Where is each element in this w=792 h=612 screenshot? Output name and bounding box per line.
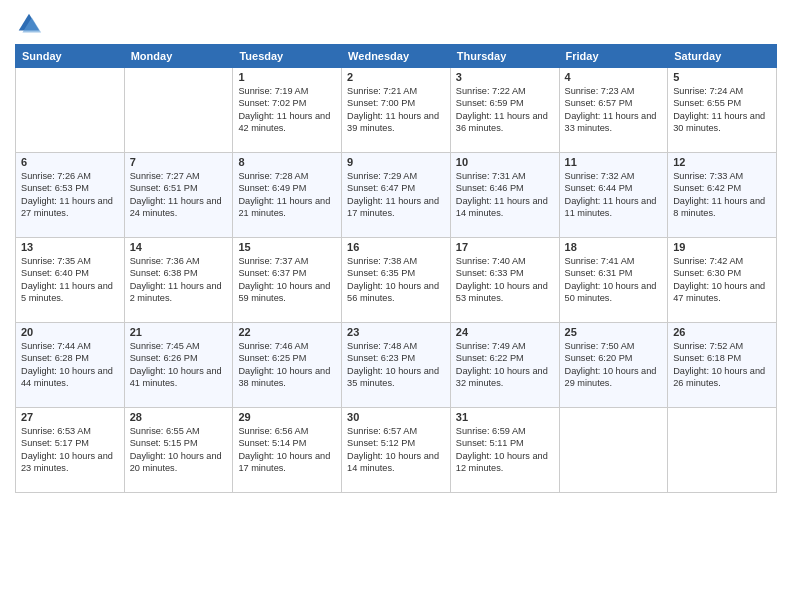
day-info: Sunrise: 7:42 AMSunset: 6:30 PMDaylight:… <box>673 255 771 305</box>
calendar-cell: 3Sunrise: 7:22 AMSunset: 6:59 PMDaylight… <box>450 68 559 153</box>
day-number: 15 <box>238 241 336 253</box>
day-number: 4 <box>565 71 663 83</box>
day-info: Sunrise: 7:22 AMSunset: 6:59 PMDaylight:… <box>456 85 554 135</box>
calendar-cell: 4Sunrise: 7:23 AMSunset: 6:57 PMDaylight… <box>559 68 668 153</box>
day-info: Sunrise: 7:52 AMSunset: 6:18 PMDaylight:… <box>673 340 771 390</box>
weekday-header-tuesday: Tuesday <box>233 45 342 68</box>
day-number: 14 <box>130 241 228 253</box>
calendar-cell: 7Sunrise: 7:27 AMSunset: 6:51 PMDaylight… <box>124 153 233 238</box>
calendar-cell <box>124 68 233 153</box>
day-info: Sunrise: 7:37 AMSunset: 6:37 PMDaylight:… <box>238 255 336 305</box>
calendar-cell: 14Sunrise: 7:36 AMSunset: 6:38 PMDayligh… <box>124 238 233 323</box>
calendar-cell: 30Sunrise: 6:57 AMSunset: 5:12 PMDayligh… <box>342 408 451 493</box>
day-info: Sunrise: 7:27 AMSunset: 6:51 PMDaylight:… <box>130 170 228 220</box>
day-info: Sunrise: 7:41 AMSunset: 6:31 PMDaylight:… <box>565 255 663 305</box>
calendar-cell: 24Sunrise: 7:49 AMSunset: 6:22 PMDayligh… <box>450 323 559 408</box>
day-info: Sunrise: 7:24 AMSunset: 6:55 PMDaylight:… <box>673 85 771 135</box>
day-number: 10 <box>456 156 554 168</box>
header <box>15 10 777 38</box>
day-number: 18 <box>565 241 663 253</box>
day-info: Sunrise: 7:28 AMSunset: 6:49 PMDaylight:… <box>238 170 336 220</box>
calendar-cell: 22Sunrise: 7:46 AMSunset: 6:25 PMDayligh… <box>233 323 342 408</box>
calendar-cell: 23Sunrise: 7:48 AMSunset: 6:23 PMDayligh… <box>342 323 451 408</box>
calendar-week-row: 27Sunrise: 6:53 AMSunset: 5:17 PMDayligh… <box>16 408 777 493</box>
day-info: Sunrise: 7:46 AMSunset: 6:25 PMDaylight:… <box>238 340 336 390</box>
calendar-cell: 9Sunrise: 7:29 AMSunset: 6:47 PMDaylight… <box>342 153 451 238</box>
calendar-cell: 21Sunrise: 7:45 AMSunset: 6:26 PMDayligh… <box>124 323 233 408</box>
calendar-cell <box>559 408 668 493</box>
calendar-cell <box>668 408 777 493</box>
day-info: Sunrise: 7:38 AMSunset: 6:35 PMDaylight:… <box>347 255 445 305</box>
calendar-cell: 17Sunrise: 7:40 AMSunset: 6:33 PMDayligh… <box>450 238 559 323</box>
day-info: Sunrise: 7:33 AMSunset: 6:42 PMDaylight:… <box>673 170 771 220</box>
day-number: 5 <box>673 71 771 83</box>
calendar-week-row: 13Sunrise: 7:35 AMSunset: 6:40 PMDayligh… <box>16 238 777 323</box>
weekday-header-friday: Friday <box>559 45 668 68</box>
calendar-cell: 26Sunrise: 7:52 AMSunset: 6:18 PMDayligh… <box>668 323 777 408</box>
calendar-cell: 16Sunrise: 7:38 AMSunset: 6:35 PMDayligh… <box>342 238 451 323</box>
day-number: 16 <box>347 241 445 253</box>
day-number: 9 <box>347 156 445 168</box>
calendar-week-row: 20Sunrise: 7:44 AMSunset: 6:28 PMDayligh… <box>16 323 777 408</box>
day-number: 25 <box>565 326 663 338</box>
day-number: 19 <box>673 241 771 253</box>
day-number: 24 <box>456 326 554 338</box>
calendar-week-row: 6Sunrise: 7:26 AMSunset: 6:53 PMDaylight… <box>16 153 777 238</box>
day-info: Sunrise: 7:44 AMSunset: 6:28 PMDaylight:… <box>21 340 119 390</box>
day-number: 17 <box>456 241 554 253</box>
day-number: 23 <box>347 326 445 338</box>
weekday-header-monday: Monday <box>124 45 233 68</box>
day-info: Sunrise: 7:35 AMSunset: 6:40 PMDaylight:… <box>21 255 119 305</box>
day-info: Sunrise: 6:55 AMSunset: 5:15 PMDaylight:… <box>130 425 228 475</box>
day-number: 2 <box>347 71 445 83</box>
calendar-cell: 25Sunrise: 7:50 AMSunset: 6:20 PMDayligh… <box>559 323 668 408</box>
calendar-cell: 18Sunrise: 7:41 AMSunset: 6:31 PMDayligh… <box>559 238 668 323</box>
logo <box>15 10 47 38</box>
day-info: Sunrise: 6:57 AMSunset: 5:12 PMDaylight:… <box>347 425 445 475</box>
calendar-cell: 12Sunrise: 7:33 AMSunset: 6:42 PMDayligh… <box>668 153 777 238</box>
day-number: 29 <box>238 411 336 423</box>
weekday-header-thursday: Thursday <box>450 45 559 68</box>
calendar-cell: 28Sunrise: 6:55 AMSunset: 5:15 PMDayligh… <box>124 408 233 493</box>
day-info: Sunrise: 7:40 AMSunset: 6:33 PMDaylight:… <box>456 255 554 305</box>
day-number: 11 <box>565 156 663 168</box>
day-number: 12 <box>673 156 771 168</box>
day-number: 31 <box>456 411 554 423</box>
day-number: 13 <box>21 241 119 253</box>
calendar-cell: 29Sunrise: 6:56 AMSunset: 5:14 PMDayligh… <box>233 408 342 493</box>
day-number: 22 <box>238 326 336 338</box>
calendar-table: SundayMondayTuesdayWednesdayThursdayFrid… <box>15 44 777 493</box>
day-info: Sunrise: 7:49 AMSunset: 6:22 PMDaylight:… <box>456 340 554 390</box>
weekday-header-sunday: Sunday <box>16 45 125 68</box>
calendar-cell: 13Sunrise: 7:35 AMSunset: 6:40 PMDayligh… <box>16 238 125 323</box>
page: SundayMondayTuesdayWednesdayThursdayFrid… <box>0 0 792 612</box>
day-info: Sunrise: 7:23 AMSunset: 6:57 PMDaylight:… <box>565 85 663 135</box>
day-number: 30 <box>347 411 445 423</box>
calendar-cell: 10Sunrise: 7:31 AMSunset: 6:46 PMDayligh… <box>450 153 559 238</box>
day-info: Sunrise: 6:53 AMSunset: 5:17 PMDaylight:… <box>21 425 119 475</box>
day-number: 28 <box>130 411 228 423</box>
day-number: 7 <box>130 156 228 168</box>
calendar-week-row: 1Sunrise: 7:19 AMSunset: 7:02 PMDaylight… <box>16 68 777 153</box>
calendar-cell: 15Sunrise: 7:37 AMSunset: 6:37 PMDayligh… <box>233 238 342 323</box>
calendar-cell <box>16 68 125 153</box>
day-info: Sunrise: 7:50 AMSunset: 6:20 PMDaylight:… <box>565 340 663 390</box>
weekday-header-saturday: Saturday <box>668 45 777 68</box>
calendar-header-row: SundayMondayTuesdayWednesdayThursdayFrid… <box>16 45 777 68</box>
day-info: Sunrise: 7:48 AMSunset: 6:23 PMDaylight:… <box>347 340 445 390</box>
weekday-header-wednesday: Wednesday <box>342 45 451 68</box>
day-info: Sunrise: 7:45 AMSunset: 6:26 PMDaylight:… <box>130 340 228 390</box>
day-info: Sunrise: 7:21 AMSunset: 7:00 PMDaylight:… <box>347 85 445 135</box>
day-info: Sunrise: 7:31 AMSunset: 6:46 PMDaylight:… <box>456 170 554 220</box>
day-number: 3 <box>456 71 554 83</box>
day-number: 20 <box>21 326 119 338</box>
day-info: Sunrise: 7:36 AMSunset: 6:38 PMDaylight:… <box>130 255 228 305</box>
day-number: 26 <box>673 326 771 338</box>
day-info: Sunrise: 7:26 AMSunset: 6:53 PMDaylight:… <box>21 170 119 220</box>
day-number: 21 <box>130 326 228 338</box>
day-info: Sunrise: 6:59 AMSunset: 5:11 PMDaylight:… <box>456 425 554 475</box>
day-info: Sunrise: 6:56 AMSunset: 5:14 PMDaylight:… <box>238 425 336 475</box>
calendar-cell: 31Sunrise: 6:59 AMSunset: 5:11 PMDayligh… <box>450 408 559 493</box>
day-info: Sunrise: 7:29 AMSunset: 6:47 PMDaylight:… <box>347 170 445 220</box>
calendar-cell: 1Sunrise: 7:19 AMSunset: 7:02 PMDaylight… <box>233 68 342 153</box>
